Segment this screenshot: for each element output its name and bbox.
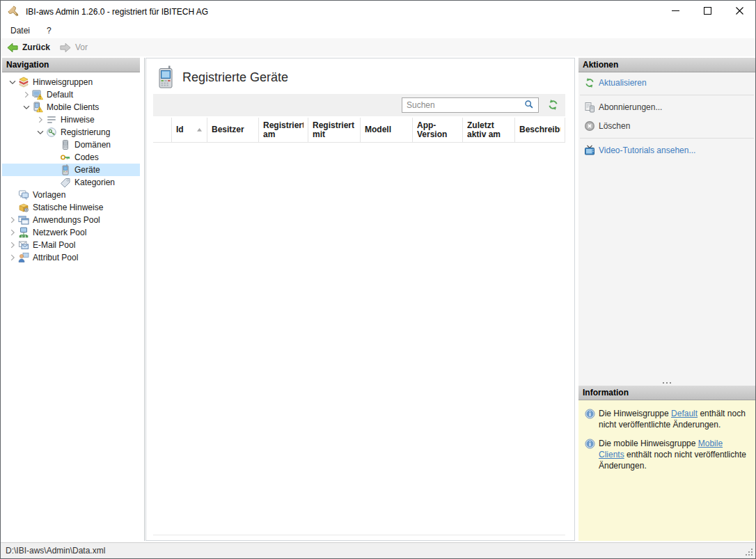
statusbar: D:\IBI-aws\Admin\Data.xml: [1, 542, 755, 558]
chevron-down-icon[interactable]: [34, 127, 46, 138]
tree-item-label: E-Mail Pool: [33, 240, 75, 250]
column-header-label: App-Version: [417, 121, 458, 139]
search-icon: [524, 100, 534, 111]
search-button[interactable]: [520, 98, 538, 112]
actions-list: AktualisierenAbonnierungen...LöschenVide…: [578, 74, 755, 159]
hinweisgruppen-icon: [18, 77, 29, 88]
column-header-zuletzt-aktiv-am[interactable]: Zuletzt aktiv am: [463, 118, 515, 142]
tree-item-label: Statische Hinweise: [33, 203, 103, 212]
navigation-panel: Navigation HinweisgruppenDefaultMobile C…: [2, 58, 140, 541]
vertical-splitter[interactable]: [144, 58, 145, 541]
refresh-icon: [547, 103, 559, 113]
info-text-prefix: Die mobile Hinweisgruppe: [599, 439, 698, 448]
domaenen-icon: [60, 139, 71, 150]
window-title: IBI-aws Admin 1.26.0 - registriert für I…: [26, 7, 208, 17]
action-label: Abonnierungen...: [599, 102, 662, 112]
statische-hinweise-icon: [18, 202, 29, 213]
vorlagen-icon: [18, 189, 29, 200]
titlebar: IBI-aws Admin 1.26.0 - registriert für I…: [1, 1, 755, 22]
video-icon: [584, 145, 595, 156]
navigation-header: Navigation: [2, 58, 140, 72]
search-box: [402, 97, 539, 113]
back-button[interactable]: Zurück: [3, 40, 54, 55]
table-body[interactable]: [153, 143, 565, 535]
chevron-right-icon[interactable]: [6, 214, 18, 226]
tree-item-label: Vorlagen: [33, 190, 65, 200]
minimize-button[interactable]: [659, 1, 691, 22]
chevron-right-icon[interactable]: [6, 239, 18, 251]
column-header-id[interactable]: Id: [172, 118, 207, 142]
close-icon: [736, 7, 743, 17]
tree-item-registrierung[interactable]: Registrierung: [2, 126, 140, 139]
tree-item-vorlagen[interactable]: Vorlagen: [2, 189, 140, 201]
actions-separator: [580, 95, 754, 95]
refresh-icon: [584, 77, 595, 88]
info-icon: [585, 439, 595, 449]
column-header-registriert-mit[interactable]: Registriert mit: [308, 118, 361, 142]
tree-item-netzwerk-pool[interactable]: Netzwerk Pool: [2, 226, 140, 239]
action-abonnierungen[interactable]: Abonnierungen...: [578, 99, 755, 116]
chevron-down-icon[interactable]: [6, 77, 18, 88]
tree-item-dom-nen[interactable]: Domänen: [2, 139, 140, 151]
tree-item-ger-te[interactable]: Geräte: [2, 164, 140, 176]
tree-item-label: Codes: [74, 152, 99, 162]
chevron-right-icon[interactable]: [6, 227, 18, 238]
actions-header-label: Aktionen: [583, 60, 618, 70]
tree-item-hinweise[interactable]: Hinweise: [2, 113, 140, 126]
information-header-label: Information: [583, 388, 629, 397]
column-header-app-version[interactable]: App-Version: [413, 118, 463, 142]
tree-item-codes[interactable]: Codes: [2, 151, 140, 164]
right-panel: Aktionen AktualisierenAbonnierungen...Lö…: [578, 58, 755, 541]
close-button[interactable]: [723, 1, 755, 22]
action-label: Löschen: [599, 121, 630, 131]
horizontal-splitter[interactable]: [578, 380, 755, 386]
netzwerk-pool-icon: [18, 227, 29, 238]
tree-item-default[interactable]: Default: [2, 88, 140, 101]
info-text-prefix: Die Hinweisgruppe: [599, 409, 671, 418]
forward-button[interactable]: Vor: [56, 40, 91, 55]
action-label: Aktualisieren: [599, 78, 647, 88]
delete-icon: [584, 120, 595, 132]
tree-item-label: Kategorien: [74, 178, 115, 187]
column-header-beschreibung[interactable]: Beschreibung: [515, 118, 565, 142]
tree-item-e-mail-pool[interactable]: E-Mail Pool: [2, 239, 140, 251]
action-l-schen[interactable]: Löschen: [578, 118, 755, 134]
link-default[interactable]: Default: [671, 409, 698, 418]
column-header-modell[interactable]: Modell: [361, 118, 413, 142]
chevron-right-icon[interactable]: [34, 114, 46, 125]
table-header: IdBesitzerRegistriert amRegistriert mitM…: [153, 118, 565, 143]
menu-item-datei[interactable]: Datei: [3, 24, 37, 37]
tree-item-label: Registrierung: [61, 127, 110, 137]
back-arrow-icon: [6, 42, 19, 54]
tree-item-statische-hinweise[interactable]: Statische Hinweise: [2, 201, 140, 214]
chevron-down-icon[interactable]: [20, 102, 32, 113]
resize-grip[interactable]: [745, 548, 753, 556]
column-header-label: Id: [176, 125, 184, 134]
search-input[interactable]: [402, 100, 520, 110]
tree-item-anwendungs-pool[interactable]: Anwendungs Pool: [2, 214, 140, 226]
tree-item-hinweisgruppen[interactable]: Hinweisgruppen: [2, 76, 140, 88]
navigation-tree: HinweisgruppenDefaultMobile ClientsHinwe…: [2, 72, 140, 264]
action-video-tutorials-ansehen[interactable]: Video-Tutorials ansehen...: [578, 142, 755, 159]
content-toolbar: [153, 94, 565, 116]
tree-item-kategorien[interactable]: Kategorien: [2, 176, 140, 189]
column-header-row-selector[interactable]: [153, 118, 172, 142]
column-header-besitzer[interactable]: Besitzer: [207, 118, 259, 142]
tree-indent: [6, 202, 18, 213]
tree-item-attribut-pool[interactable]: Attribut Pool: [2, 251, 140, 264]
information-list: Die Hinweisgruppe Default enthält noch n…: [578, 400, 755, 541]
column-header-registriert-am[interactable]: Registriert am: [259, 118, 308, 142]
menu-item-help[interactable]: ?: [40, 24, 58, 37]
toolbar: Zurück Vor: [1, 38, 755, 56]
chevron-right-icon[interactable]: [20, 89, 32, 100]
tree-indent: [48, 164, 60, 175]
refresh-button[interactable]: [547, 99, 559, 111]
forward-button-label: Vor: [75, 42, 88, 52]
tree-item-label: Hinweise: [61, 115, 95, 125]
action-aktualisieren[interactable]: Aktualisieren: [578, 74, 755, 91]
kategorien-icon: [60, 177, 71, 188]
maximize-button[interactable]: [691, 1, 723, 22]
chevron-right-icon[interactable]: [6, 252, 18, 263]
tree-item-mobile-clients[interactable]: Mobile Clients: [2, 101, 140, 113]
tree-item-label: Mobile Clients: [47, 102, 99, 112]
